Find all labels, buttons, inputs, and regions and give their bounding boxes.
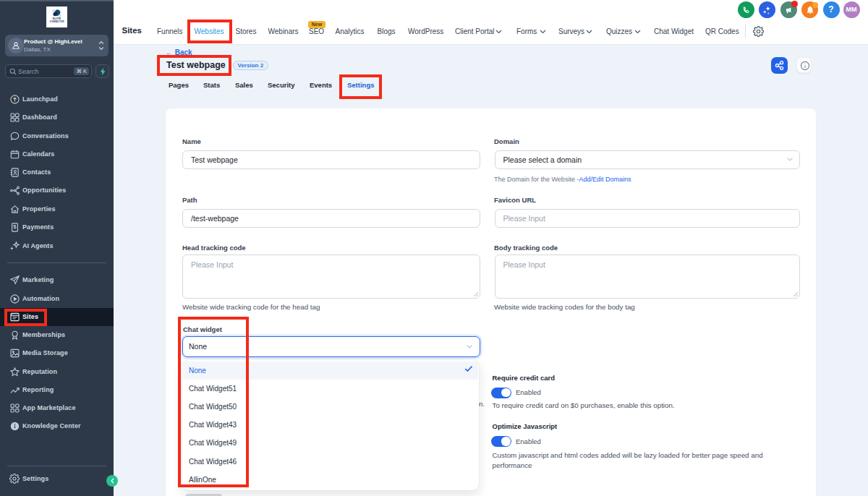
svg-text:CONNECTOR: CONNECTOR [50, 20, 65, 23]
